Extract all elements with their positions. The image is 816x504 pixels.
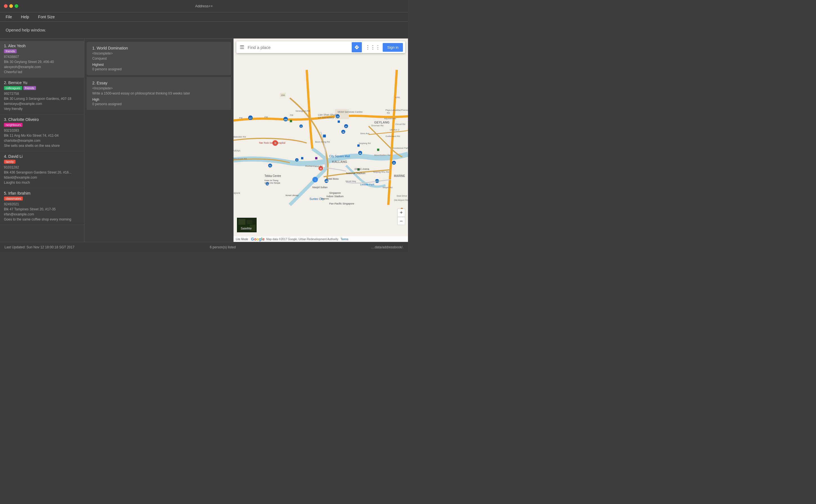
svg-rect-11 (290, 120, 292, 122)
tag: friends (4, 49, 17, 53)
svg-text:East Drive: East Drive (397, 195, 407, 197)
svg-rect-97 (247, 220, 252, 224)
svg-rect-14 (315, 157, 317, 159)
svg-text:11: 11 (393, 162, 395, 164)
tasks-panel[interactable]: 1. World Domination <Incomplete> Conques… (84, 39, 233, 242)
zoom-in-button[interactable]: + (397, 209, 405, 217)
contact-tags: colleagues friends (4, 86, 80, 90)
data-path: ....data/addressbook/. (371, 245, 403, 249)
svg-text:Leisure Park: Leisure Park (360, 183, 374, 186)
map-apps-icon[interactable]: ⋮⋮⋮ (363, 44, 383, 50)
lite-mode-label: Lite Mode (236, 238, 248, 241)
svg-text:National Stadium: National Stadium (346, 172, 365, 175)
contact-email: irfan@example.com (4, 212, 80, 217)
svg-text:Hood Cho Temple: Hood Cho Temple (264, 182, 280, 184)
statusbar: Last Updated: Sun Nov 12 18:00:18 SGT 20… (0, 242, 408, 252)
svg-text:Goodwood Park: Goodwood Park (392, 147, 408, 149)
task-assigned: 0 persons assigned (92, 102, 225, 106)
close-button[interactable] (4, 4, 8, 8)
svg-text:2: 2 (300, 125, 302, 127)
contact-number: 3. (4, 117, 8, 122)
svg-text:Singapore: Singapore (329, 192, 341, 194)
task-description: Conquest (92, 57, 225, 60)
svg-text:Nicoll Hwy: Nicoll Hwy (345, 180, 356, 183)
contact-item[interactable]: 5. Irfan Ibrahim classmates 92492021 Blk… (0, 188, 84, 225)
svg-text:Tanjong Rhu Rd: Tanjong Rhu Rd (373, 171, 389, 173)
svg-text:Lian Shan Shuang: Lian Shan Shuang (318, 113, 339, 116)
menubar: File Help Font Size (0, 12, 408, 21)
notification-text: Opened help window. (6, 28, 46, 32)
task-title: 1. World Domination (92, 46, 225, 50)
contact-phone: 91031282 (4, 165, 80, 170)
satellite-label: Satellite (237, 227, 255, 230)
menu-font-size[interactable]: Font Size (36, 13, 56, 20)
zoom-out-button[interactable]: − (397, 217, 405, 225)
svg-text:Moulmein Rd: Moulmein Rd (233, 157, 247, 160)
contact-phone: 92492021 (4, 202, 80, 207)
svg-text:apura: apura (233, 192, 240, 194)
minimize-button[interactable] (9, 4, 13, 8)
contact-number: 1. (4, 44, 8, 48)
contact-item[interactable]: 4. David Li family 91031282 Blk 436 Sera… (0, 151, 84, 188)
menu-help[interactable]: Help (19, 13, 31, 20)
svg-text:Lin Monastery: Lin Monastery (318, 116, 334, 119)
svg-text:PIE: PIE (264, 116, 268, 118)
app-title: Address++ (195, 4, 213, 8)
task-item[interactable]: 1. World Domination <Incomplete> Conques… (87, 42, 231, 75)
task-priority: Highest (92, 63, 225, 67)
tag: family (4, 160, 15, 164)
svg-text:13: 13 (336, 116, 339, 118)
task-assigned: 0 persons assigned (92, 67, 225, 71)
satellite-svg (237, 218, 257, 232)
main-content: 1. Alex Yeoh friends 87438807 Blk 30 Gey… (0, 39, 408, 242)
svg-text:Serangoon Rd: Serangoon Rd (295, 110, 310, 112)
last-updated: Last Updated: Sun Nov 12 18:00:18 SGT 20… (5, 245, 75, 249)
contact-note: She sells sea shells on the sea shore (4, 143, 80, 148)
contact-number: 5. (4, 191, 8, 195)
contact-email: lidavid@example.com (4, 175, 80, 180)
maximize-button[interactable] (15, 4, 18, 8)
svg-text:GEYLANG: GEYLANG (374, 121, 389, 124)
satellite-container[interactable]: Satellite (236, 217, 256, 232)
svg-text:OCBC Arena: OCBC Arena (354, 168, 369, 170)
svg-text:MARINE: MARINE (394, 174, 405, 177)
contact-item[interactable]: 2. Bernice Yu colleagues friends 9927275… (0, 78, 84, 114)
contact-address: Blk 30 Geylang Street 29, #06-40 (4, 59, 80, 64)
tag: neighbours (4, 123, 23, 127)
contacts-panel[interactable]: 1. Alex Yeoh friends 87438807 Blk 30 Gey… (0, 39, 84, 242)
map-menu-icon[interactable]: ☰ (236, 44, 248, 50)
contact-address: Blk 436 Serangoon Gardens Street 26, #16… (4, 170, 80, 175)
contact-note: Laughs too much (4, 180, 80, 185)
contact-phone: 99272758 (4, 91, 80, 96)
svg-text:Dunman Rd: Dunman Rd (371, 124, 383, 127)
contact-address: Blk 47 Tampines Street 20, #17-35 (4, 207, 80, 212)
svg-text:Meyer Rd: Meyer Rd (383, 186, 392, 189)
map-directions-icon[interactable] (352, 42, 362, 52)
task-item[interactable]: 2. Essay <Incomplete> Write a 1500-word … (87, 77, 231, 110)
map-search-input[interactable] (248, 45, 352, 50)
svg-text:Masjid Sultan: Masjid Sultan (312, 186, 327, 189)
task-number: 2. (92, 81, 97, 85)
menu-file[interactable]: File (4, 13, 14, 20)
task-status: <Incomplete> (92, 86, 225, 90)
contact-item[interactable]: 1. Alex Yeoh friends 87438807 Blk 30 Gey… (0, 41, 84, 78)
svg-text:VENA: VENA (233, 149, 240, 152)
contact-note: Very friendly (4, 106, 80, 111)
contact-tags: classmates (4, 197, 80, 201)
contact-number: 2. (4, 80, 8, 85)
contact-tags: family (4, 160, 80, 164)
contact-item[interactable]: 3. Charlotte Oliveiro neighbours 9321028… (0, 114, 84, 151)
contact-phone: 87438807 (4, 54, 80, 59)
svg-text:16A: 16A (281, 94, 285, 96)
google-logo: Google (251, 237, 264, 241)
satellite-image: Satellite (236, 217, 256, 232)
terms-link[interactable]: Terms (341, 238, 348, 241)
map-signin-button[interactable]: Sign in (383, 43, 403, 52)
svg-text:H: H (320, 167, 322, 170)
svg-text:Old Airport Rd: Old Airport Rd (394, 199, 408, 201)
task-priority: High (92, 98, 225, 102)
map-panel: H H Lian Shan Shuang Lin Monastery MOM (233, 39, 408, 242)
svg-text:Boon Keng Rd: Boon Keng Rd (315, 141, 330, 143)
contact-phone: 93210283 (4, 128, 80, 133)
svg-rect-96 (238, 219, 245, 225)
